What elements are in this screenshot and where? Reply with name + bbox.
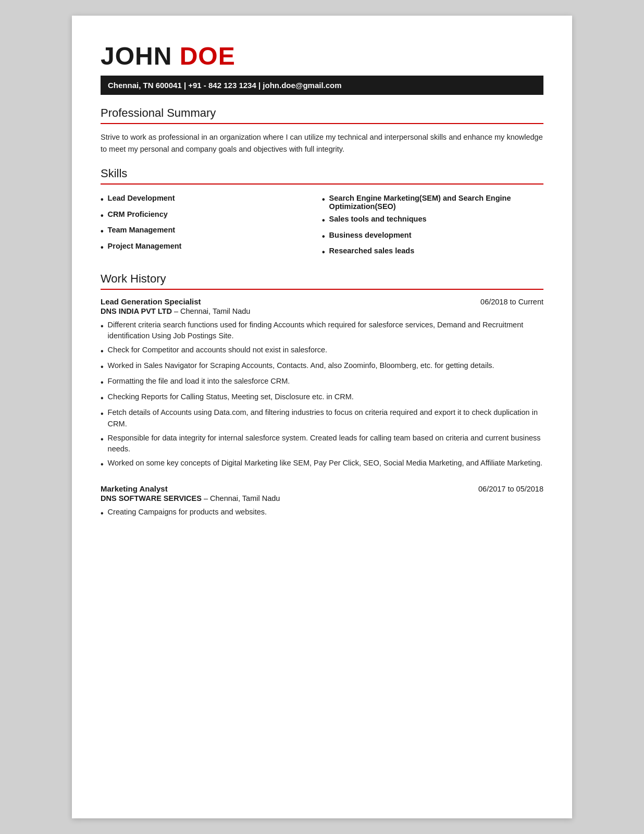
bullet-item: Worked in Sales Navigator for Scraping A… — [101, 360, 543, 373]
job-2-title: Marketing Analyst — [101, 484, 168, 493]
header-name: JOHN DOE — [101, 42, 543, 70]
job-1: Lead Generation Specialist 06/2018 to Cu… — [101, 297, 543, 471]
skills-list-right: Search Engine Marketing(SEM) and Search … — [322, 192, 543, 260]
skill-item: Lead Development — [101, 192, 322, 207]
job-1-bullets: Different criteria search functions used… — [101, 320, 543, 471]
bullet-item: Check for Competitor and accounts should… — [101, 345, 543, 358]
skills-grid: Lead Development CRM Proficiency Team Ma… — [101, 192, 543, 260]
job-1-dates: 06/2018 to Current — [480, 298, 543, 306]
first-name: JOHN — [101, 42, 172, 70]
skill-item: CRM Proficiency — [101, 208, 322, 224]
last-name: DOE — [180, 42, 236, 70]
contact-info: Chennai, TN 600041 | +91 - 842 123 1234 … — [108, 81, 342, 90]
bullet-item: Different criteria search functions used… — [101, 320, 543, 342]
bullet-item: Checking Reports for Calling Status, Mee… — [101, 391, 543, 404]
job-1-location-sep: – — [174, 307, 180, 315]
bullet-item: Creating Campaigns for products and webs… — [101, 507, 543, 520]
job-2-company: DNS SOFTWARE SERVICES – Chennai, Tamil N… — [101, 494, 543, 502]
job-1-company: DNS INDIA PVT LTD – Chennai, Tamil Nadu — [101, 307, 543, 315]
skills-col-right: Search Engine Marketing(SEM) and Search … — [322, 192, 543, 260]
contact-bar: Chennai, TN 600041 | +91 - 842 123 1234 … — [101, 76, 543, 95]
job-1-location: Chennai, Tamil Nadu — [180, 307, 250, 315]
resume-page: JOHN DOE Chennai, TN 600041 | +91 - 842 … — [72, 16, 572, 818]
summary-section: Professional Summary Strive to work as p… — [101, 106, 543, 155]
job-2-header: Marketing Analyst 06/2017 to 05/2018 — [101, 484, 543, 493]
skill-item: Business development — [322, 229, 543, 244]
job-1-title: Lead Generation Specialist — [101, 297, 201, 306]
summary-text: Strive to work as professional in an org… — [101, 131, 543, 155]
skill-item: Researched sales leads — [322, 244, 543, 260]
skill-item: Project Management — [101, 240, 322, 255]
bullet-item: Worked on some key concepts of Digital M… — [101, 458, 543, 471]
bullet-item: Formatting the file and load it into the… — [101, 376, 543, 389]
work-history-section: Work History Lead Generation Specialist … — [101, 272, 543, 520]
job-2-bullets: Creating Campaigns for products and webs… — [101, 507, 543, 520]
summary-title: Professional Summary — [101, 106, 543, 124]
job-2: Marketing Analyst 06/2017 to 05/2018 DNS… — [101, 484, 543, 520]
job-2-location: Chennai, Tamil Nadu — [210, 494, 280, 502]
bullet-item: Fetch details of Accounts using Data.com… — [101, 407, 543, 430]
work-history-title: Work History — [101, 272, 543, 290]
skills-section: Skills Lead Development CRM Proficiency … — [101, 167, 543, 260]
skills-col-left: Lead Development CRM Proficiency Team Ma… — [101, 192, 322, 260]
job-1-header: Lead Generation Specialist 06/2018 to Cu… — [101, 297, 543, 306]
bullet-item: Responsible for data integrity for inter… — [101, 433, 543, 456]
skills-list-left: Lead Development CRM Proficiency Team Ma… — [101, 192, 322, 255]
job-2-dates: 06/2017 to 05/2018 — [478, 485, 543, 493]
skill-item: Sales tools and techniques — [322, 213, 543, 228]
job-2-location-sep: – — [204, 494, 210, 502]
skill-item: Search Engine Marketing(SEM) and Search … — [322, 192, 543, 213]
skill-item: Team Management — [101, 224, 322, 239]
skills-title: Skills — [101, 167, 543, 185]
